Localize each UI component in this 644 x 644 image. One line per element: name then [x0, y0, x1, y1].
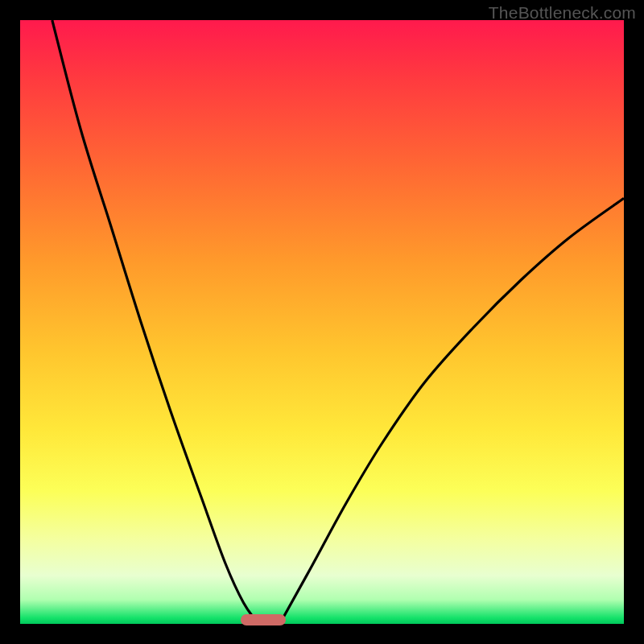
outer-frame: TheBottleneck.com [0, 0, 644, 644]
right-curve [280, 198, 625, 624]
left-curve [52, 20, 259, 624]
curves-svg [20, 20, 624, 624]
watermark-text: TheBottleneck.com [489, 3, 636, 23]
minimum-marker [241, 614, 286, 625]
plot-area [20, 20, 624, 624]
